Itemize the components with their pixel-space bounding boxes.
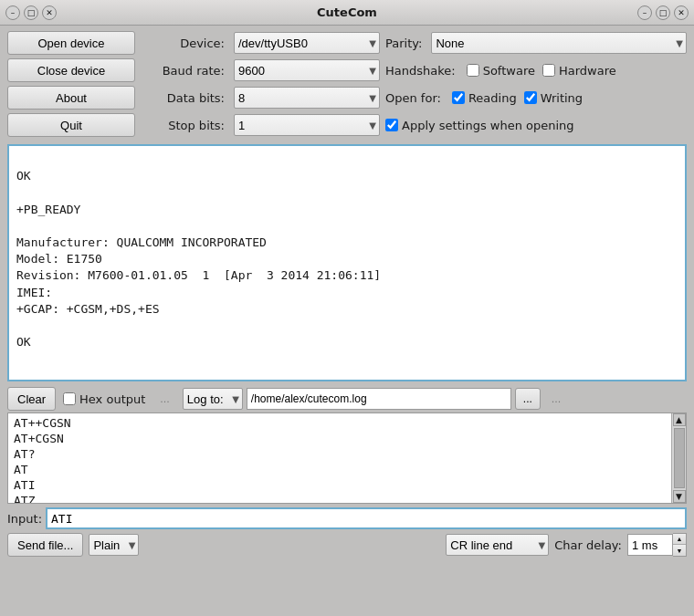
log-path-input[interactable]: [247, 388, 511, 410]
parity-label: Parity:: [385, 37, 426, 50]
settings-form: Device: /dev/ttyUSB0/dev/ttyUSB1/dev/tty…: [146, 31, 687, 137]
parity-select[interactable]: NoneOddEven: [431, 32, 687, 54]
apply-checkbox[interactable]: [385, 119, 398, 131]
close-button[interactable]: ✕: [42, 5, 57, 20]
send-right-controls: CR line endLF line endCR/LF line endNo l…: [446, 533, 687, 557]
terminal-output: OK +PB_READY Manufacturer: QUALCOMM INCO…: [7, 144, 687, 381]
reading-checkbox[interactable]: [452, 91, 465, 104]
char-delay-label: Char delay:: [554, 538, 622, 552]
spinbox-buttons[interactable]: ▲ ▼: [673, 533, 687, 557]
software-checkbox[interactable]: [467, 64, 479, 77]
scroll-up-arrow[interactable]: ▲: [673, 413, 686, 426]
close-button-right[interactable]: ✕: [674, 5, 689, 20]
device-select-wrapper[interactable]: /dev/ttyUSB0/dev/ttyUSB1/dev/ttyS0 ▼: [234, 32, 380, 54]
hardware-checkbox[interactable]: [542, 64, 555, 77]
left-button-panel: Open device Close device About Quit: [7, 31, 135, 137]
window-controls-right[interactable]: – □ ✕: [637, 5, 689, 20]
databits-select-wrapper[interactable]: 5678 ▼: [234, 87, 380, 109]
baud-select[interactable]: 9600192003840057600115200: [234, 59, 380, 81]
handshake-section: Handshake: Software Hardware: [385, 64, 687, 78]
send-file-button[interactable]: Send file...: [7, 533, 83, 557]
stopbits-label: Stop bits:: [146, 119, 228, 132]
log-select[interactable]: Log to:: [183, 388, 243, 410]
send-row: Send file... PlainHex ▼ CR line endLF li…: [7, 533, 687, 557]
history-item[interactable]: ATI: [12, 477, 668, 493]
stopbits-select-wrapper[interactable]: 12 ▼: [234, 114, 380, 136]
dots-right: ...: [552, 393, 562, 405]
scroll-thumb[interactable]: [674, 428, 685, 488]
cr-select[interactable]: CR line endLF line endCR/LF line endNo l…: [446, 534, 549, 556]
close-device-button[interactable]: Close device: [7, 58, 135, 82]
terminal-content: OK +PB_READY Manufacturer: QUALCOMM INCO…: [16, 169, 381, 349]
plain-select[interactable]: PlainHex: [89, 534, 139, 556]
databits-label: Data bits:: [146, 91, 228, 105]
quit-button[interactable]: Quit: [7, 113, 135, 137]
stopbits-select[interactable]: 12: [234, 114, 380, 136]
writing-label: Writing: [541, 91, 583, 105]
baud-label: Baud rate:: [146, 64, 228, 78]
history-item[interactable]: AT: [12, 462, 668, 477]
device-select[interactable]: /dev/ttyUSB0/dev/ttyUSB1/dev/ttyS0: [234, 32, 380, 54]
scroll-down-arrow[interactable]: ▼: [673, 490, 686, 503]
input-label: Input:: [7, 512, 42, 526]
openfor-label: Open for:: [385, 91, 445, 105]
software-checkbox-label[interactable]: Software: [467, 64, 535, 78]
restore-button-right[interactable]: □: [656, 5, 670, 20]
browse-log-button[interactable]: ...: [515, 388, 541, 410]
bottom-controls: Clear Hex output ... Log to: ▼ ... ...: [7, 387, 687, 411]
parity-section: Parity: NoneOddEven ▼: [385, 32, 687, 54]
history-item[interactable]: AT+CGSN: [12, 431, 668, 446]
handshake-label: Handshake:: [385, 64, 459, 78]
log-to-area: Log to: ▼ ...: [183, 388, 541, 410]
about-button[interactable]: About: [7, 86, 135, 110]
history-list[interactable]: AT++CGSNAT+CGSNAT?ATATIATZATATIATDT99*: [8, 413, 671, 503]
history-scrolltrack: ▲ ▼: [671, 413, 686, 503]
history-item[interactable]: ATZ: [12, 493, 668, 503]
char-delay-spinbox[interactable]: ▲ ▼: [627, 533, 687, 557]
spinbox-up-button[interactable]: ▲: [673, 534, 686, 545]
parity-select-wrapper[interactable]: NoneOddEven ▼: [431, 32, 687, 54]
open-for-section: Open for: Reading Writing: [385, 91, 687, 105]
hardware-checkbox-label[interactable]: Hardware: [542, 64, 616, 78]
apply-checkbox-label[interactable]: Apply settings when opening: [385, 119, 574, 132]
writing-checkbox[interactable]: [524, 91, 537, 104]
history-item[interactable]: AT?: [12, 446, 668, 462]
spinbox-down-button[interactable]: ▼: [673, 545, 686, 556]
writing-checkbox-label[interactable]: Writing: [524, 91, 583, 105]
software-label: Software: [483, 64, 535, 78]
hex-output-label: Hex output: [79, 392, 145, 406]
history-wrapper: AT++CGSNAT+CGSNAT?ATATIATZATATIATDT99* ▲…: [7, 412, 687, 504]
reading-checkbox-label[interactable]: Reading: [452, 91, 517, 105]
plain-select-wrapper[interactable]: PlainHex ▼: [89, 534, 139, 556]
command-input[interactable]: [46, 507, 687, 529]
history-item[interactable]: AT++CGSN: [12, 415, 668, 431]
minimize-button[interactable]: –: [5, 5, 20, 20]
apply-label: Apply settings when opening: [402, 119, 574, 132]
hardware-label: Hardware: [559, 64, 616, 78]
clear-button[interactable]: Clear: [7, 387, 56, 411]
databits-select[interactable]: 5678: [234, 87, 380, 109]
cr-select-wrapper[interactable]: CR line endLF line endCR/LF line endNo l…: [446, 534, 549, 556]
apply-section: Apply settings when opening: [385, 119, 687, 132]
device-label: Device:: [146, 37, 228, 50]
titlebar: – □ ✕ CuteCom – □ ✕: [0, 0, 694, 26]
maximize-button[interactable]: □: [24, 5, 38, 20]
dots-left: ...: [160, 393, 170, 405]
open-device-button[interactable]: Open device: [7, 31, 135, 55]
hex-output-checkbox[interactable]: [63, 392, 76, 405]
baud-select-wrapper[interactable]: 9600192003840057600115200 ▼: [234, 59, 380, 81]
char-delay-input[interactable]: [627, 534, 673, 556]
reading-label: Reading: [468, 91, 517, 105]
minimize-button-right[interactable]: –: [637, 5, 652, 20]
input-row: Input:: [7, 507, 687, 529]
log-select-wrapper[interactable]: Log to: ▼: [183, 388, 243, 410]
window-title: CuteCom: [57, 5, 637, 19]
window-controls[interactable]: – □ ✕: [5, 5, 57, 20]
hex-output-area: Hex output: [63, 392, 145, 406]
